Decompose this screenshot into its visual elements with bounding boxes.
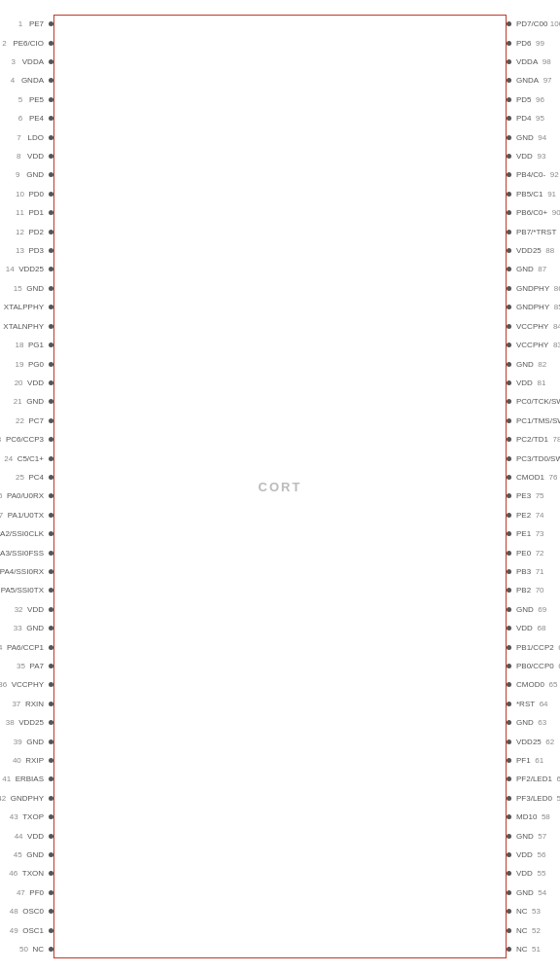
left-pin-row: 50NC [0,940,53,958]
pin-dot [49,796,53,801]
left-pin-row: 2PE6/CIO [0,33,53,52]
pin-dot [49,645,53,650]
pin-number: 100 [549,19,560,28]
left-pin-row: 26PA0/U0RX [0,486,53,505]
right-pin-row: 80PC0/TCK/SWCLK [507,392,560,411]
pin-label: VDD25 [516,246,542,255]
pin-dot [507,871,511,876]
right-pin-row: 82GND [507,354,560,373]
pin-number: 20 [12,378,25,387]
pin-number: 81 [535,378,548,387]
pin-label: VDD25 [18,718,44,727]
pin-number: 3 [7,57,20,66]
pin-dot [507,531,511,536]
pin-label: GND [26,624,44,632]
pin-dot [49,626,53,631]
pin-label: *RST [516,700,535,708]
pin-number: 96 [534,95,547,104]
pin-label: CMOD1 [516,473,544,482]
pin-label: PD7/C00 [516,19,547,28]
pin-label: PD1 [28,208,44,217]
pin-dot [49,437,53,442]
pin-dot [49,776,53,781]
pin-number: 62 [543,738,557,746]
left-pin-row: 34PA6/CCP1 [0,637,53,656]
pin-dot [49,21,53,26]
pin-dot [49,380,53,385]
pin-number: 42 [0,794,9,803]
pin-dot [507,626,511,631]
pin-label: PB1/CCP2 [516,643,554,652]
pin-dot [49,588,53,593]
right-pin-row: 85GNDPHY [507,298,560,316]
pin-dot [49,513,53,518]
pin-dot [507,796,511,801]
pin-dot [507,645,511,650]
right-pin-row: 56VDD [507,846,560,864]
pin-dot [507,192,511,197]
pin-number: 52 [530,926,543,935]
pin-label: TXON [22,869,44,878]
pin-dot [507,682,511,687]
pin-label: PD4 [516,114,532,123]
left-pin-row: 1PE7 [0,15,53,33]
left-pin-row: 27PA1/U0TX [0,506,53,524]
pin-dot [507,399,511,404]
right-pin-row: 91PB5/C1 [507,185,560,203]
right-pin-row: 93VDD [507,147,560,165]
pin-label: VCCPHY [516,341,548,349]
pin-label: VDD [27,605,44,614]
pin-number: 92 [547,170,560,179]
pin-dot [49,702,53,706]
left-pin-row: 12PD2 [0,222,53,240]
pin-number: 9 [11,170,24,179]
pin-label: PE0 [516,549,531,558]
pin-dot [507,569,511,574]
pin-dot [507,78,511,83]
pin-dot [507,154,511,159]
right-pin-row: 71PB3 [507,562,560,581]
pin-dot [507,834,511,839]
pin-number: 95 [534,114,547,123]
pin-label: CMOD0 [516,680,544,689]
left-pin-row: 36VCCPHY [0,675,53,694]
pin-dot [49,305,53,309]
pin-label: PD2 [28,228,44,236]
pin-number: 32 [12,605,25,614]
pin-number: 47 [14,888,27,897]
pin-label: PE1 [516,529,531,538]
pin-label: PA7 [29,662,44,670]
pin-label: PE2 [516,511,531,520]
left-pin-row: 25PC4 [0,468,53,486]
pin-dot [507,776,511,781]
pin-dot [507,248,511,253]
pin-label: GND [516,605,534,614]
pin-label: PF2/LED1 [516,775,552,783]
pin-dot [507,758,511,763]
pin-dot [507,852,511,857]
pin-number: 97 [541,76,554,85]
pin-label: GNDA [21,76,44,85]
right-pin-row: 84VCCPHY [507,317,560,336]
right-pin-row: 96PD5 [507,90,560,109]
pin-number: 18 [13,341,26,349]
pin-dot [49,947,53,952]
pin-number: 17 [0,322,1,331]
pin-number: 11 [13,208,26,217]
pins-left: 1PE72PE6/CIO3VDDA4GNDA5PE56PE47LDO8VDD9G… [0,15,53,958]
right-pin-row: 77PC3/TD0/SW0 [507,449,560,467]
pin-number: 37 [10,700,23,708]
pin-dot [507,210,511,215]
left-pin-row: 42GNDPHY [0,789,53,808]
right-pin-row: 67PB1/CCP2 [507,637,560,656]
pin-label: PC4 [28,473,44,482]
pin-label: PA2/SSI0CLK [0,529,44,538]
pin-number: 7 [13,133,26,142]
pin-label: GNDPHY [11,794,44,803]
pin-label: ERBIAS [16,775,44,783]
pin-number: 88 [543,246,557,255]
left-pin-row: 4GNDA [0,71,53,90]
pin-dot [507,41,511,46]
pin-number: 5 [14,95,27,104]
pin-dot [49,342,53,347]
